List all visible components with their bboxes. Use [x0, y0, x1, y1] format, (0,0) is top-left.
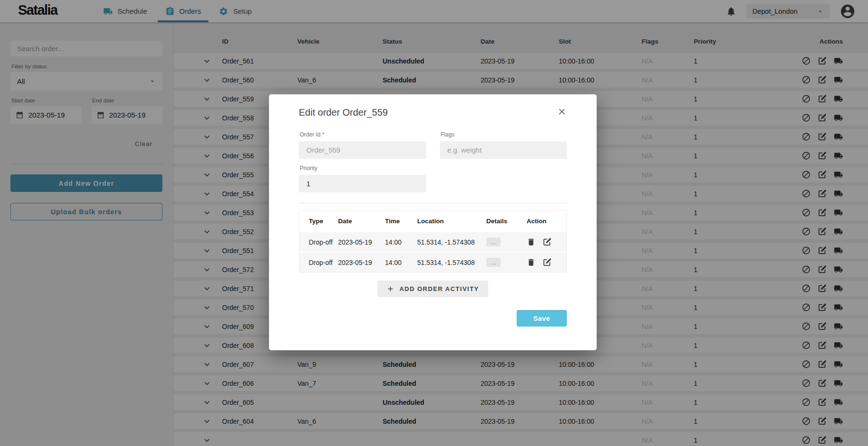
activity-time-cell: 14:00: [385, 238, 417, 246]
activity-type-cell: Drop-off: [299, 238, 338, 246]
modal-divider: [299, 203, 567, 203]
order-id-input[interactable]: Order_559: [299, 141, 426, 159]
activity-column-action: Action: [527, 218, 566, 225]
activity-details-cell: ...: [486, 237, 527, 246]
activity-column-time: Time: [385, 218, 417, 225]
add-order-activity-button[interactable]: ADD ORDER ACTIVITY: [377, 281, 488, 297]
activity-column-details: Details: [486, 218, 527, 225]
activity-column-location: Location: [417, 218, 486, 225]
activity-details-cell: ...: [486, 258, 527, 267]
activity-location-cell: 51.5314, -1.574308: [417, 238, 486, 246]
plus-icon: [386, 285, 394, 293]
save-button[interactable]: Save: [517, 310, 567, 327]
modal-title: Edit order Order_559: [299, 107, 388, 118]
priority-label: Priority: [300, 165, 425, 172]
add-order-activity-label: ADD ORDER ACTIVITY: [399, 285, 479, 292]
modal-footer: Save: [299, 310, 567, 327]
activity-row: Drop-off 2023-05-19 14:00 51.5314, -1.57…: [299, 252, 566, 272]
activity-location-cell: 51.5314, -1.574308: [417, 259, 486, 266]
flags-input[interactable]: e.g. weight: [440, 141, 567, 159]
flags-label: Flags: [441, 131, 566, 138]
activity-column-type: Type: [299, 218, 338, 225]
activity-column-date: Date: [338, 218, 385, 225]
activity-type-cell: Drop-off: [299, 259, 338, 266]
edit-icon[interactable]: [543, 237, 552, 246]
activity-actions: [527, 258, 566, 267]
activity-table-header: Type Date Time Location Details Action: [299, 211, 566, 231]
modal-fields-row: Order Id * Order_559 Flags e.g. weight: [299, 131, 567, 159]
priority-input[interactable]: 1: [299, 175, 426, 192]
modal-header: Edit order Order_559: [299, 107, 567, 118]
activity-row: Drop-off 2023-05-19 14:00 51.5314, -1.57…: [299, 231, 566, 252]
app-root: Satalia Schedule Orders Setup Depot_Lond…: [0, 0, 868, 446]
trash-icon[interactable]: [527, 258, 536, 267]
order-activity-table: Type Date Time Location Details Action D…: [299, 210, 567, 273]
close-icon: [557, 107, 567, 117]
details-ellipsis-button[interactable]: ...: [486, 258, 501, 267]
details-ellipsis-button[interactable]: ...: [486, 237, 501, 246]
activity-date-cell: 2023-05-19: [338, 238, 385, 246]
close-modal-button[interactable]: [557, 107, 567, 118]
edit-order-modal: Edit order Order_559 Order Id * Order_55…: [269, 94, 597, 350]
activity-time-cell: 14:00: [385, 259, 417, 266]
order-id-label: Order Id *: [300, 131, 425, 138]
edit-icon[interactable]: [543, 258, 552, 267]
activity-date-cell: 2023-05-19: [338, 259, 385, 266]
activity-actions: [527, 237, 566, 246]
trash-icon[interactable]: [527, 237, 536, 246]
